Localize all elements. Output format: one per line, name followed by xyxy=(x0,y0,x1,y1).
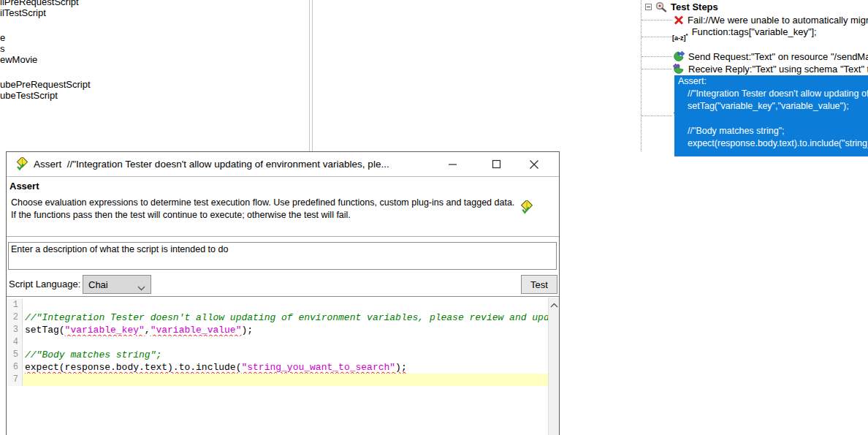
step-fail[interactable]: Fail://We were unable to automatically m… xyxy=(674,15,868,26)
dialog-description-line1: Choose evaluation expressions to determi… xyxy=(11,197,514,208)
assert-block-line: expect(response.body.text).to.include("s… xyxy=(674,137,868,150)
line-number: 1 xyxy=(7,299,23,311)
step-function-label: Function:tags["variable_key"]; xyxy=(692,26,817,37)
test-steps-root-node[interactable]: Test Steps xyxy=(645,1,718,12)
script-language-value: Chai xyxy=(88,279,108,290)
step-send-request[interactable]: Send Request:"Text" on resource "/sendMa… xyxy=(673,50,868,62)
editor-line[interactable]: 6expect(response.body.text).to.include("… xyxy=(7,361,548,374)
tree-item[interactable]: ilPreRequestScript xyxy=(0,0,79,7)
chevron-down-icon xyxy=(137,282,145,293)
collapse-minus-icon[interactable] xyxy=(645,4,652,10)
fail-icon xyxy=(674,15,684,25)
assert-step-selected[interactable]: Assert://"Integration Tester doesn't all… xyxy=(674,75,868,156)
test-steps-root-label: Test Steps xyxy=(671,1,718,12)
assert-diamond-icon xyxy=(15,157,29,171)
line-number: 5 xyxy=(7,349,23,361)
test-button[interactable]: Test xyxy=(521,275,557,294)
dialog-titlebar[interactable]: Assert //"Integration Tester doesn't all… xyxy=(7,152,559,177)
editor-line[interactable]: 5//"Body matches string"; xyxy=(7,349,548,361)
send-request-icon xyxy=(673,50,685,62)
editor-line[interactable]: 4 xyxy=(7,336,548,349)
assert-block-line: setTag("variable_key","variable_value"); xyxy=(674,100,868,113)
line-code: //"Integration Tester doesn't allow upda… xyxy=(23,311,548,324)
dialog-heading: Assert xyxy=(9,181,39,192)
function-regex-icon: [a-z]* xyxy=(672,32,688,42)
maximize-button[interactable] xyxy=(480,152,512,176)
line-code: setTag("variable_key","variable_value"); xyxy=(23,324,548,336)
close-icon[interactable] xyxy=(518,152,550,176)
script-language-label: Script Language: xyxy=(9,279,80,290)
assert-block-line: //"Integration Tester doesn't allow upda… xyxy=(674,88,868,100)
assert-block-line: //"Body matches string"; xyxy=(674,125,868,137)
line-code: //"Body matches string"; xyxy=(23,349,548,361)
line-number: 3 xyxy=(7,324,23,336)
assert-diamond-icon xyxy=(519,200,534,218)
line-number: 6 xyxy=(7,361,23,374)
step-function[interactable]: [a-z]* Function:tags["variable_key"]; xyxy=(672,28,817,39)
editor-line[interactable]: 7 xyxy=(7,374,548,386)
line-code xyxy=(23,299,548,311)
tree-guide-line xyxy=(642,56,672,57)
tree-guide-line xyxy=(642,20,672,20)
editor-line[interactable]: 1 xyxy=(7,299,548,311)
tree-guide-line xyxy=(641,0,642,151)
script-language-select[interactable]: Chai xyxy=(83,275,151,294)
tree-item[interactable]: s xyxy=(0,43,5,54)
dialog-description-line2: If the functions pass then the test will… xyxy=(11,210,351,220)
step-receive-reply-label: Receive Reply:"Text" using schema "Text"… xyxy=(688,64,868,75)
script-language-row: Script Language: Chai Test xyxy=(7,273,559,296)
step-receive-reply[interactable]: Receive Reply:"Text" using schema "Text"… xyxy=(673,63,868,75)
line-number: 4 xyxy=(7,336,23,349)
assert-dialog: Assert //"Integration Tester doesn't all… xyxy=(6,151,560,435)
line-code xyxy=(23,336,548,349)
step-fail-label: Fail://We were unable to automatically m… xyxy=(688,15,868,26)
scroll-up-icon[interactable] xyxy=(550,300,558,311)
tree-guide-line xyxy=(642,37,672,37)
dialog-header-section: Assert Choose evaluation expressions to … xyxy=(7,177,559,237)
magnifier-icon xyxy=(655,1,667,12)
script-code-editor[interactable]: 12//"Integration Tester doesn't allow up… xyxy=(7,296,559,435)
tree-item[interactable]: ubePreRequestScript xyxy=(0,79,91,90)
step-send-request-label: Send Request:"Text" on resource "/sendMa… xyxy=(688,51,868,62)
tree-item[interactable]: ubeTestScript xyxy=(0,90,58,101)
dialog-title: Assert //"Integration Tester doesn't all… xyxy=(34,159,434,170)
assert-block-line: Assert: xyxy=(674,75,868,88)
tree-item[interactable]: ewMovie xyxy=(0,54,37,65)
assert-block-line xyxy=(674,113,868,125)
minimize-button[interactable] xyxy=(436,152,468,176)
line-number: 2 xyxy=(7,311,23,324)
line-code: expect(response.body.text).to.include("s… xyxy=(23,361,548,374)
script-description-field[interactable]: Enter a description of what the script i… xyxy=(8,242,557,270)
line-code xyxy=(23,374,548,386)
tree-item[interactable]: e xyxy=(0,32,5,43)
editor-line[interactable]: 3setTag("variable_key","variable_value")… xyxy=(7,324,548,336)
tree-guide-line xyxy=(642,69,672,69)
line-number: 7 xyxy=(7,374,23,386)
editor-line[interactable]: 2//"Integration Tester doesn't allow upd… xyxy=(7,311,548,324)
editor-scrollbar[interactable] xyxy=(548,298,559,435)
tree-guide-line xyxy=(642,116,672,116)
receive-reply-icon xyxy=(673,63,685,75)
tree-item[interactable]: ilTestScript xyxy=(0,7,46,18)
